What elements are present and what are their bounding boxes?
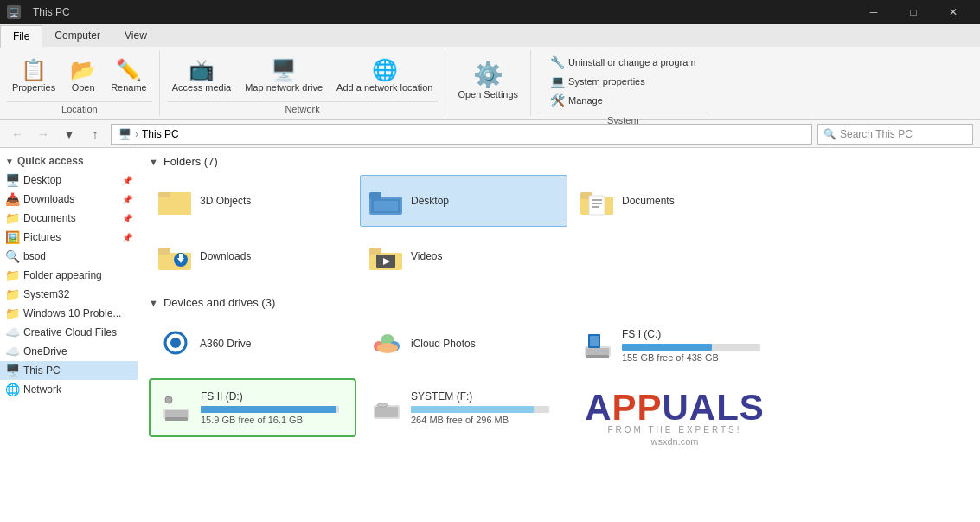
access-media-button[interactable]: 📺 Access media <box>167 52 236 100</box>
maximize-button[interactable]: □ <box>894 0 933 24</box>
drives-section-header: ▼ Devices and drives (3) <box>149 296 970 309</box>
svg-rect-32 <box>165 417 188 421</box>
drive-c-icon <box>580 331 615 360</box>
sidebar: ▼ Quick access 🖥️ Desktop 📌 📥 Downloads … <box>0 148 138 522</box>
folder-documents[interactable]: Documents <box>571 175 778 227</box>
pictures-icon: 🖼️ <box>5 230 20 244</box>
manage-icon: 🛠️ <box>550 93 565 107</box>
sidebar-item-this-pc[interactable]: 🖥️ This PC <box>0 361 138 380</box>
sidebar-item-bsod[interactable]: 🔍 bsod <box>0 247 138 266</box>
back-button[interactable]: ← <box>7 124 28 145</box>
sidebar-item-documents[interactable]: 📁 Documents 📌 <box>0 209 138 228</box>
svg-rect-6 <box>374 201 398 211</box>
titlebar-icons: 🖥️ <box>7 5 21 19</box>
up-button[interactable]: ↑ <box>85 124 106 145</box>
sidebar-item-network[interactable]: 🌐 Network <box>0 380 138 399</box>
tab-computer[interactable]: Computer <box>42 24 112 47</box>
system-props-button[interactable]: 💻 System properties <box>545 73 701 90</box>
pin-icon: 📌 <box>122 176 132 185</box>
drive-c-bar-fill <box>622 344 712 351</box>
svg-rect-35 <box>375 407 398 417</box>
sidebar-item-win10[interactable]: 📁 Windows 10 Proble... <box>0 304 138 323</box>
search-box[interactable]: 🔍 Search This PC <box>817 124 973 145</box>
network-label: Network <box>167 101 439 116</box>
drive-f[interactable]: SYSTEM (F:) 264 MB free of 296 MB <box>360 378 567 437</box>
folder-3d-objects[interactable]: 3D Objects <box>149 175 356 227</box>
network-icon: 🌐 <box>5 383 20 396</box>
drive-d-info: FS II (D:) 15.9 GB free of 16.1 GB <box>201 390 346 425</box>
tab-file[interactable]: File <box>0 25 42 48</box>
map-network-button[interactable]: 🖥️ Map network drive <box>240 52 328 100</box>
sidebar-item-creative-cloud[interactable]: ☁️ Creative Cloud Files <box>0 323 138 342</box>
folders-chevron[interactable]: ▼ <box>149 157 158 167</box>
ribbon-group-settings: ⚙️ Open Settings <box>445 50 531 116</box>
open-button[interactable]: 📂 Open <box>64 52 102 100</box>
svg-point-33 <box>165 396 172 403</box>
rename-icon: ✏️ <box>116 60 142 81</box>
location-label: Location <box>7 101 152 116</box>
svg-rect-15 <box>179 254 183 259</box>
sidebar-item-desktop[interactable]: 🖥️ Desktop 📌 <box>0 171 138 190</box>
add-network-icon: 🌐 <box>372 60 398 81</box>
folders-section-header: ▼ Folders (7) <box>149 155 970 168</box>
sidebar-item-folder-appearing[interactable]: 📁 Folder appearing <box>0 266 138 285</box>
sidebar-item-pictures[interactable]: 🖼️ Pictures 📌 <box>0 228 138 247</box>
ribbon-group-location: 📋 Properties 📂 Open ✏️ Rename Location <box>0 50 160 116</box>
drive-d-icon <box>159 393 194 422</box>
system-props-icon: 💻 <box>550 74 565 88</box>
network-group-items: 📺 Access media 🖥️ Map network drive 🌐 Ad… <box>167 50 439 101</box>
uninstall-button[interactable]: 🔧 Uninstall or change a program <box>545 54 701 71</box>
icloud-info: iCloud Photos <box>411 338 558 353</box>
watermark-area: APPUALS FROM THE EXPERTS! wsxdn.com <box>571 378 778 455</box>
svg-rect-10 <box>592 203 602 204</box>
drive-d-bar-fill <box>201 406 336 413</box>
svg-rect-9 <box>592 199 602 201</box>
open-icon: 📂 <box>70 60 96 81</box>
map-network-icon: 🖥️ <box>271 60 297 81</box>
recent-button[interactable]: ▼ <box>59 124 80 145</box>
folder-desktop[interactable]: Desktop <box>360 175 567 227</box>
sidebar-item-downloads[interactable]: 📥 Downloads 📌 <box>0 190 138 209</box>
quick-access-chevron: ▼ <box>5 157 14 166</box>
properties-button[interactable]: 📋 Properties <box>7 52 61 100</box>
address-path[interactable]: 🖥️ › This PC <box>111 124 812 145</box>
svg-rect-29 <box>586 355 609 358</box>
svg-rect-26 <box>586 348 609 355</box>
close-button[interactable]: ✕ <box>933 0 973 24</box>
forward-button[interactable]: → <box>33 124 54 145</box>
drive-icloud[interactable]: iCloud Photos <box>360 316 567 375</box>
svg-point-36 <box>377 403 388 407</box>
pin-icon-3: 📌 <box>122 214 132 223</box>
settings-group-items: ⚙️ Open Settings <box>452 50 523 113</box>
open-settings-button[interactable]: ⚙️ Open Settings <box>452 57 523 106</box>
drive-a360[interactable]: A360 Drive <box>149 316 356 375</box>
manage-button[interactable]: 🛠️ Manage <box>545 92 701 109</box>
drives-header: Devices and drives (3) <box>163 296 275 309</box>
add-network-button[interactable]: 🌐 Add a network location <box>331 52 438 100</box>
ribbon: File Computer View 📋 Properties 📂 Open ✏… <box>0 24 980 120</box>
search-placeholder: Search This PC <box>840 128 913 140</box>
onedrive-icon: ☁️ <box>5 345 20 358</box>
rename-button[interactable]: ✏️ Rename <box>106 52 152 100</box>
sidebar-item-system32[interactable]: 📁 System32 <box>0 285 138 304</box>
minimize-button[interactable]: ─ <box>854 0 894 24</box>
folder-downloads[interactable]: Downloads <box>149 230 356 282</box>
access-media-icon: 📺 <box>189 60 215 81</box>
sidebar-item-onedrive[interactable]: ☁️ OneDrive <box>0 342 138 361</box>
tab-view[interactable]: View <box>112 24 159 47</box>
ribbon-group-system: 🔧 Uninstall or change a program 💻 System… <box>531 50 714 116</box>
drive-c[interactable]: FS I (C:) 155 GB free of 438 GB <box>571 316 778 375</box>
drive-d-bar-bg <box>201 406 339 413</box>
drives-chevron[interactable]: ▼ <box>149 298 158 308</box>
folder-videos[interactable]: Videos <box>360 230 567 282</box>
settings-group-label <box>452 113 523 116</box>
folder-documents-icon <box>580 185 615 216</box>
pin-icon-4: 📌 <box>122 233 132 242</box>
folder-downloads-icon <box>158 241 193 272</box>
path-icon: 🖥️ <box>118 128 131 140</box>
quick-access-header[interactable]: ▼ Quick access <box>0 151 138 171</box>
quick-access-label: Quick access <box>17 155 84 167</box>
app-icon: 🖥️ <box>7 5 21 19</box>
drive-d[interactable]: FS II (D:) 15.9 GB free of 16.1 GB <box>149 378 356 437</box>
svg-rect-4 <box>369 192 381 199</box>
